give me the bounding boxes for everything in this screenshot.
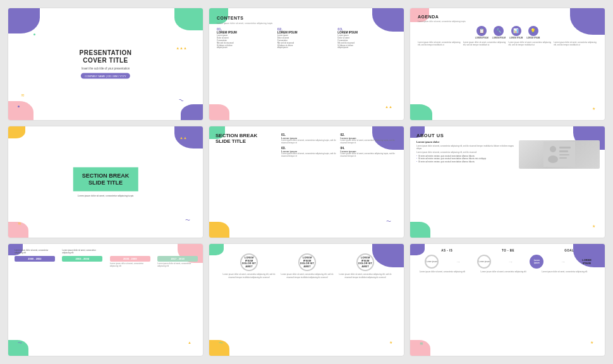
item-text-3: Lorem ipsumDolor sit ametConsecteturNib …	[337, 35, 396, 49]
circles-content: LOREM IPSUMDOLOR SIT AMET Lorem ipsum do…	[215, 253, 399, 353]
flow-content: AS - IS TO - BE GOAL Lorem ipsum → Lorem…	[416, 249, 600, 353]
agenda-subtitle: Lorem ipsum dolor sit amet, consectetur …	[418, 20, 597, 23]
flow-circle-3: Lorem ipsum	[530, 255, 543, 269]
flow-header-3: GOAL	[542, 249, 597, 252]
agenda-icon-4: 💡 LOREM IPSUM	[526, 26, 540, 39]
slide-three-circles: LOREM IPSUMDOLOR SIT AMET Lorem ipsum do…	[209, 243, 404, 356]
deco-blob-tr	[174, 126, 203, 149]
slide-cover: ≋ ▲▲▲ 〜 PRESENTATIONCOVER TITLE Insert t…	[8, 8, 203, 121]
agenda-icon-label-4: LOREM IPSUM	[526, 37, 540, 39]
agenda-icon-label-3: LOREM IPSUM	[509, 37, 523, 39]
section-item-3: 03. Lorem ipsum Lorem ipsum dolor sit am…	[281, 146, 338, 158]
circle-text-2: Lorem ipsum dolor sit amet, consectetur …	[280, 273, 335, 278]
deco-blob-br	[181, 104, 203, 121]
agenda-icon-circle-4: 💡	[528, 26, 538, 36]
about-title: ABOUT US	[416, 133, 600, 138]
section-content-right: 01. Lorem ipsum Lorem ipsum dolor sit am…	[281, 133, 398, 235]
flow-arrow-1: →	[456, 259, 461, 265]
section-break-box: SECTION BREAKSLIDE TITLE	[73, 167, 138, 191]
about-text-1: Lorem ipsum dolor sit amet, consectetur …	[416, 145, 516, 150]
deco-blob-tl	[8, 126, 25, 138]
item-text-2: Lorem ipsumDolor sit ametConsecteturNib …	[277, 35, 336, 49]
timeline-dates-row: 2000 - 2002 2003 - 2004 2008 - 2009 2017…	[15, 256, 198, 262]
s5-text-2: Lorem ipsum dolor sit amet, consectetur …	[341, 140, 398, 145]
contents-item-1: 01. LOREM IPSUM Lorem ipsumDolor sit ame…	[217, 27, 276, 49]
slide-section-break: SECTION BREAKSLIDE TITLE Lorem ipsum dol…	[8, 126, 203, 239]
cover-button[interactable]: COMPANY NAME | DD / MM / YYYY	[81, 73, 130, 79]
contents-item-3: 03. LOREM IPSUM Lorem ipsumDolor sit ame…	[337, 27, 396, 49]
flow-circle-2: Lorem ipsum	[477, 255, 491, 269]
circle-3: LOREM IPSUMDOLOR SIT AMET	[356, 253, 374, 271]
s5-text-4: Lorem ipsum dolor sit amet, consectetur …	[341, 153, 398, 158]
agenda-desc-row: Lorem ipsum dolor sit amet, consectetur …	[418, 41, 597, 46]
flow-header-2: TO - BE	[480, 249, 535, 252]
agenda-icon-circle-2: 🔧	[494, 26, 504, 36]
slide-timeline: Lorem ipsum dolor sit amet, consectetur …	[8, 243, 203, 356]
circle-title-1: LOREM IPSUMDOLOR SIT AMET	[241, 257, 257, 269]
about-image	[519, 140, 600, 169]
circle-title-2: LOREM IPSUMDOLOR SIT AMET	[300, 257, 315, 269]
timeline-top-label-1: Lorem ipsum dolor sit amet, consectetur …	[15, 249, 55, 254]
about-sub-title: Lorem ipsum dolor	[416, 140, 516, 143]
flow-desc-2: Lorem ipsum dolor sit amet, consectetur …	[480, 271, 535, 274]
agenda-icon-3: 📊 LOREM IPSUM	[509, 26, 523, 39]
contents-subtitle: Lorem ipsum dolor sit amet, consectetur …	[217, 22, 396, 25]
slide-contents: CONTENTS Lorem ipsum dolor sit amet, con…	[209, 8, 404, 121]
circle-item-2: LOREM IPSUMDOLOR SIT AMET Lorem ipsum do…	[280, 253, 335, 353]
circle-title-3: LOREM IPSUMDOLOR SIT AMET	[358, 257, 373, 269]
agenda-title: AGENDA	[418, 15, 597, 19]
agenda-desc-4: Lorem ipsum dolor sit amet, consectetur …	[554, 41, 597, 46]
section-item-4: 04. Lorem ipsum Lorem ipsum dolor sit am…	[341, 146, 398, 158]
goal-box: LOREMIPSUM	[582, 258, 591, 265]
section-items-grid: 01. Lorem ipsum Lorem ipsum dolor sit am…	[281, 133, 398, 159]
timeline-bottom-labels: Lorem ipsum dolor sit amet, consectetur …	[15, 263, 198, 268]
flow-desc-row: Lorem ipsum dolor sit amet, consectetur …	[416, 271, 600, 274]
contents-title: CONTENTS	[217, 16, 396, 20]
agenda-icon-2: 🔧 LOREM IPSUM	[492, 26, 506, 39]
flow-header-1: AS - IS	[420, 249, 475, 252]
circle-item-1: LOREM IPSUMDOLOR SIT AMET Lorem ipsum do…	[222, 253, 277, 353]
cover-content: PRESENTATIONCOVER TITLE Insert the sub t…	[28, 49, 183, 79]
timeline-date-3: 2008 - 2009	[110, 256, 150, 262]
slide-agenda: AGENDA Lorem ipsum dolor sit amet, conse…	[410, 8, 605, 121]
cover-title: PRESENTATIONCOVER TITLE	[28, 49, 183, 64]
flow-desc-1: Lorem ipsum dolor sit amet, consectetur …	[420, 271, 475, 274]
svg-rect-3	[559, 147, 571, 149]
deco-dot-2	[33, 33, 35, 35]
slide-about: ABOUT US Lorem ipsum dolor Lorem ipsum d…	[410, 126, 605, 239]
svg-point-1	[550, 146, 556, 152]
section-content-title: SECTION BREAKSLIDE TITLE	[215, 133, 278, 145]
timeline-bot-label-2	[62, 263, 102, 268]
section-item-2: 02. Lorem ipsum Lorem ipsum dolor sit am…	[341, 133, 398, 145]
deco-blob-tr	[174, 8, 203, 30]
agenda-icon-circle-3: 📊	[511, 26, 521, 36]
timeline-top-label-4	[157, 249, 198, 254]
item-text-1: Lorem ipsumDolor sit ametConsecteturNib …	[217, 35, 276, 49]
flow-arrow-3: →	[561, 259, 566, 265]
about-text-2: Lorem ipsum dolor sit amet, consectetur …	[416, 151, 516, 154]
about-content: ABOUT US Lorem ipsum dolor Lorem ipsum d…	[416, 133, 600, 235]
section-break-title: SECTION BREAKSLIDE TITLE	[82, 173, 130, 186]
agenda-icon-label-2: LOREM IPSUM	[492, 37, 506, 39]
timeline-bot-label-3: Lorem ipsum dolor sit amet, consectetur …	[110, 263, 150, 268]
timeline-bot-label-4: Lorem ipsum dolor sit amet, consectetur …	[157, 263, 198, 268]
contents-content: CONTENTS Lorem ipsum dolor sit amet, con…	[217, 16, 396, 117]
agenda-content: AGENDA Lorem ipsum dolor sit amet, conse…	[418, 15, 597, 117]
section-break-content: SECTION BREAKSLIDE TITLE Lorem ipsum dol…	[73, 167, 138, 197]
cover-subtitle: Insert the sub title of your presentatio…	[28, 67, 183, 70]
svg-rect-0	[543, 142, 575, 167]
circle-text-3: Lorem ipsum dolor sit amet, consectetur …	[338, 273, 393, 278]
deco-blob-bl	[8, 101, 33, 121]
svg-rect-4	[559, 150, 568, 152]
about-bullet-3: Ut enim ad minim veniam, quis nostrud ex…	[416, 161, 516, 163]
s5-text-3: Lorem ipsum dolor sit amet, consectetur …	[281, 153, 338, 158]
about-img-placeholder	[519, 140, 600, 169]
section-item-1: 01. Lorem ipsum Lorem ipsum dolor sit am…	[281, 133, 338, 145]
agenda-icons-row: 📋 LOREM IPSUM 🔧 LOREM IPSUM 📊 LOREM IPSU…	[418, 26, 597, 39]
about-left: Lorem ipsum dolor Lorem ipsum dolor sit …	[416, 140, 516, 169]
contents-item-2: 02. LOREM IPSUM Lorem ipsumDolor sit ame…	[277, 27, 336, 49]
deco-dot-1	[18, 106, 20, 107]
timeline-top-label-3	[110, 249, 150, 254]
s5-text-1: Lorem ipsum dolor sit amet, consectetur …	[281, 140, 338, 145]
contents-grid: 01. LOREM IPSUM Lorem ipsumDolor sit ame…	[217, 27, 396, 49]
